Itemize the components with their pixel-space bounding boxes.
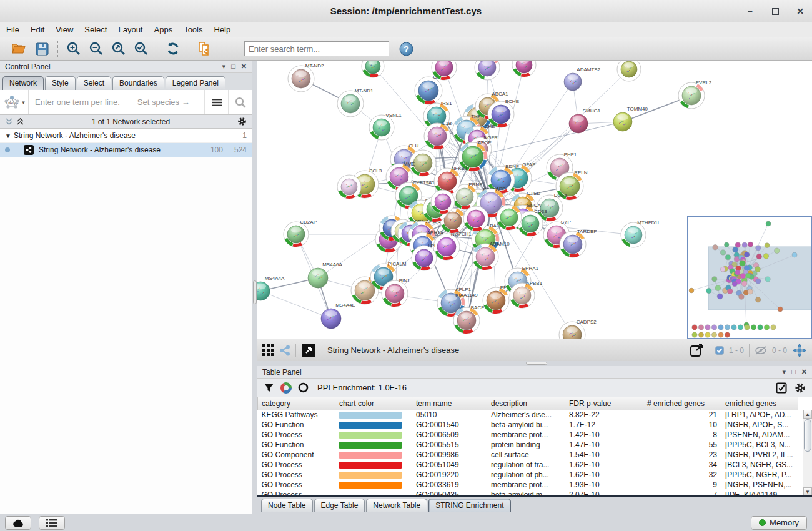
column-header-fdr-p-value[interactable]: FDR p-value <box>565 397 643 410</box>
table-row[interactable]: GO ProcessGO:0006509membrane prot...1.42… <box>258 430 798 440</box>
table-row[interactable]: GO ProcessGO:0019220regulation of ph...1… <box>258 470 798 480</box>
network-node-n65[interactable] <box>463 206 488 231</box>
table-row[interactable]: GO FunctionGO:0005515protein binding1.47… <box>258 440 798 450</box>
close-panel-icon[interactable]: ✕ <box>801 369 807 375</box>
maximize-button[interactable] <box>770 6 781 17</box>
refresh-icon[interactable] <box>165 41 181 57</box>
menu-view[interactable]: View <box>56 25 73 34</box>
chart-color-icon[interactable] <box>280 382 292 394</box>
close-panel-icon[interactable]: ✕ <box>241 63 247 70</box>
tab-node-table[interactable]: Node Table <box>261 499 313 512</box>
network-node-TOMM40[interactable]: TOMM40 <box>613 106 648 131</box>
scrollbar-thumb[interactable] <box>804 419 811 452</box>
table-settings-gear-icon[interactable] <box>795 382 806 394</box>
zoom-in-icon[interactable] <box>66 41 82 57</box>
column-header-enriched-genes[interactable]: enriched genes <box>721 397 798 410</box>
hidden-eye-icon[interactable] <box>755 346 767 355</box>
network-node-CD2AP[interactable]: CD2AP <box>284 219 317 247</box>
string-logo-icon[interactable]: STRING ▾ <box>0 90 29 114</box>
clone-network-icon[interactable] <box>197 41 213 57</box>
network-node-MTHFD1L[interactable]: MTHFD1L <box>621 220 661 247</box>
task-history-button[interactable] <box>39 516 65 530</box>
network-node-n71[interactable] <box>431 190 455 214</box>
menu-tools[interactable]: Tools <box>184 25 202 34</box>
network-node-MT-ND1[interactable]: MT-ND1 <box>337 88 374 117</box>
network-node-DLG4[interactable]: DLG4 <box>537 192 567 221</box>
birdseye-view[interactable] <box>687 216 812 339</box>
string-search-icon[interactable] <box>228 90 252 114</box>
network-node-PVRL2[interactable]: PVRL2 <box>678 80 712 109</box>
menu-select[interactable]: Select <box>84 25 107 34</box>
collapse-all-icon[interactable] <box>5 118 13 126</box>
float-panel-icon[interactable]: □ <box>231 63 235 70</box>
column-header-term-name[interactable]: term name <box>412 397 487 410</box>
tab-boundaries[interactable]: Boundaries <box>112 76 164 90</box>
detach-view-icon[interactable] <box>301 343 316 358</box>
share-view-icon[interactable] <box>279 345 290 356</box>
scroll-down-icon[interactable]: ▼ <box>803 487 812 495</box>
table-row[interactable]: GO ProcessGO:0050435beta-amyloid m...2.0… <box>258 490 798 495</box>
set-species-link[interactable]: Set species → <box>137 97 190 107</box>
network-node-n66[interactable] <box>497 205 522 230</box>
float-panel-icon[interactable]: □ <box>791 369 796 375</box>
table-row[interactable]: GO FunctionGO:0001540beta-amyloid bi...1… <box>258 420 798 430</box>
minimize-button[interactable]: – <box>745 6 756 17</box>
grid-view-icon[interactable] <box>262 344 274 356</box>
tab-string-enrichment[interactable]: STRING Enrichment <box>428 499 510 512</box>
zoom-fit-icon[interactable] <box>111 41 127 57</box>
network-canvas[interactable]: MT-ND2MT-ND1VSNL1GAB2IRS1CHATABCA1BCHEIL… <box>257 61 812 339</box>
ring-chart-icon[interactable] <box>298 382 309 393</box>
memory-button[interactable]: Memory <box>751 516 807 530</box>
panel-menu-icon[interactable]: ▾ <box>222 63 226 70</box>
panel-menu-icon[interactable]: ▾ <box>783 369 786 375</box>
table-row[interactable]: GO ProcessGO:0051049regulation of tra...… <box>258 460 798 470</box>
search-input[interactable] <box>244 41 389 56</box>
table-scrollbar[interactable]: ▲ ▼ <box>803 410 812 495</box>
tab-legend-panel[interactable]: Legend Panel <box>166 76 225 90</box>
tab-select[interactable]: Select <box>77 76 111 90</box>
navigate-compass-icon[interactable] <box>792 343 807 358</box>
close-button[interactable]: ✕ <box>795 6 806 17</box>
tab-style[interactable]: Style <box>45 76 76 90</box>
network-row[interactable]: String Network - Alzheimer's disease 100… <box>0 143 252 157</box>
network-node-n5[interactable] <box>475 61 500 80</box>
zoom-selected-icon[interactable] <box>133 41 149 57</box>
splitter-handle[interactable] <box>253 280 257 304</box>
menu-apps[interactable]: Apps <box>154 25 173 34</box>
column-header-category[interactable]: category <box>258 397 335 410</box>
export-network-icon[interactable] <box>690 344 705 357</box>
menu-layout[interactable]: Layout <box>118 25 142 34</box>
selected-checkbox-icon[interactable] <box>715 346 724 355</box>
horizontal-splitter[interactable] <box>257 361 812 366</box>
column-header-description[interactable]: description <box>487 397 565 410</box>
zoom-out-icon[interactable] <box>88 41 104 57</box>
tab-network-table[interactable]: Network Table <box>366 499 427 512</box>
string-query-input[interactable]: Enter one term per line. <box>29 97 120 107</box>
vertical-splitter[interactable] <box>252 61 257 514</box>
menu-help[interactable]: Help <box>214 25 231 34</box>
tab-network[interactable]: Network <box>2 76 44 90</box>
splitter-handle[interactable] <box>526 362 547 365</box>
network-node-SMUG1[interactable]: SMUG1 <box>569 108 601 133</box>
network-collection-row[interactable]: ▼ String Network - Alzheimer's disease 1 <box>0 129 252 143</box>
network-node-MS4A6A[interactable]: MS4A6A <box>308 262 342 288</box>
cloud-tasks-button[interactable] <box>5 516 31 530</box>
scroll-up-icon[interactable]: ▲ <box>803 410 812 419</box>
string-options-icon[interactable] <box>204 90 228 114</box>
table-row[interactable]: KEGG Pathways05010Alzheimer's dise...8.8… <box>258 410 798 420</box>
network-node-ADAMTS2[interactable]: ADAMTS2 <box>564 67 601 91</box>
filter-icon[interactable] <box>264 383 274 393</box>
menu-edit[interactable]: Edit <box>31 25 44 34</box>
help-icon[interactable]: ? <box>398 41 414 57</box>
tab-edge-table[interactable]: Edge Table <box>314 499 365 512</box>
table-row[interactable]: GO ComponentGO:0009986cell surface1.54E-… <box>258 450 798 460</box>
network-node-n19[interactable] <box>337 175 361 199</box>
network-options-gear-icon[interactable] <box>237 117 247 126</box>
menu-file[interactable]: File <box>6 25 19 34</box>
network-node-n69[interactable] <box>512 61 536 77</box>
save-session-button[interactable] <box>34 41 50 57</box>
enrichment-table[interactable]: categorychart colorterm namedescriptionF… <box>257 397 812 495</box>
expand-all-icon[interactable] <box>16 118 24 126</box>
network-node-MS4A4A[interactable]: MS4A4A <box>257 275 285 300</box>
column-header-chart-color[interactable]: chart color <box>335 397 412 410</box>
